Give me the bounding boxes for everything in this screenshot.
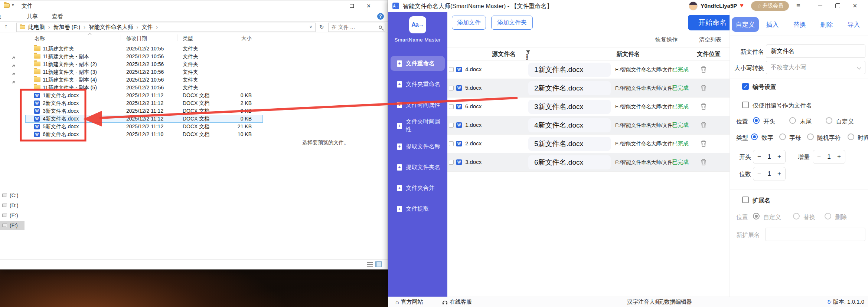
tab-delete[interactable]: 删除: [813, 17, 840, 32]
online-support-link[interactable]: 在线客服: [442, 297, 472, 307]
sidebar-item-folder-rename[interactable]: 文件夹重命名: [391, 77, 445, 92]
clear-list-link[interactable]: 清空列表: [699, 36, 721, 43]
app-close-button[interactable]: [853, 1, 857, 10]
ribbon-tab-view[interactable]: 查看: [52, 13, 63, 20]
numbering-checkbox[interactable]: [742, 83, 749, 90]
docx-file-row[interactable]: 3新文件名.docx2025/12/2 11:12DOCX 文档9 KB: [25, 107, 263, 115]
only-number-checkbox[interactable]: [742, 102, 749, 108]
nav-drive-c[interactable]: (C:): [0, 191, 25, 200]
sidebar-item-file-time[interactable]: 文件时间属性: [391, 98, 445, 112]
radio-position-end[interactable]: [789, 117, 796, 124]
nav-drive-e[interactable]: (E:): [0, 211, 25, 220]
row-checkbox[interactable]: [449, 67, 454, 72]
address-bar[interactable]: 此电脑 新加卷 (F:) 智能文件命名大师 文件: [16, 23, 316, 32]
column-size[interactable]: 大小: [221, 35, 252, 42]
new-name-input[interactable]: 1新文件名.docx: [528, 63, 611, 77]
breadcrumb-smartname-folder[interactable]: 智能文件命名大师: [89, 24, 142, 31]
breadcrumb-this-pc[interactable]: 此电脑: [28, 24, 53, 31]
digits-stepper[interactable]: 1: [753, 167, 786, 181]
minus-button[interactable]: [757, 153, 761, 161]
case-convert-select[interactable]: 不改变大小写: [766, 61, 865, 74]
rename-row[interactable]: 2.docx 5新文件名.docx F:/智能文件命名大师/文件/5新 已完成: [447, 135, 730, 153]
folder-row[interactable]: 11新建文件夹2025/12/2 10:55文件夹: [25, 45, 263, 53]
tab-custom[interactable]: 自定义: [732, 17, 759, 32]
search-box[interactable]: 在 文件 …: [328, 23, 385, 32]
trash-icon[interactable]: [701, 103, 707, 110]
docx-file-row-selected[interactable]: 4新文件名.docx2025/12/2 11:12DOCX 文档0 KB: [25, 115, 263, 123]
row-checkbox[interactable]: [449, 141, 454, 146]
refresh-icon[interactable]: [319, 24, 324, 30]
plus-button[interactable]: [777, 153, 781, 161]
new-name-input[interactable]: 4新文件名.docx: [528, 118, 611, 132]
radio-position-start[interactable]: [753, 117, 760, 124]
details-view-icon[interactable]: [367, 262, 373, 267]
sidebar-item-folder-time[interactable]: 文件夹时间属性: [391, 118, 445, 133]
radio-type-random[interactable]: [807, 133, 814, 140]
radio-type-time[interactable]: [848, 133, 854, 140]
restore-action-link[interactable]: 恢复操作: [655, 36, 678, 43]
help-icon[interactable]: [377, 13, 384, 20]
username[interactable]: Y0ndfcLlya5P: [701, 3, 737, 9]
new-name-input[interactable]: 3新文件名.docx: [528, 100, 611, 114]
upgrade-member-button[interactable]: 升级会员: [751, 1, 789, 11]
tab-insert[interactable]: 插入: [759, 17, 786, 32]
rename-row[interactable]: 3.docx 6新文件名.docx F:/智能文件命名大师/文件/6新 已完成: [447, 153, 730, 172]
minimize-button[interactable]: [326, 0, 343, 11]
header-source-name[interactable]: 源文件名: [492, 50, 516, 58]
rename-row[interactable]: 5.docx 2新文件名.docx F:/智能文件命名大师/文件/2新 已完成: [447, 79, 730, 98]
minus-button[interactable]: [817, 153, 821, 161]
large-icons-view-icon[interactable]: [375, 261, 382, 267]
nav-drive-f[interactable]: (F:): [0, 221, 25, 230]
row-checkbox[interactable]: [449, 104, 454, 109]
radio-type-letter[interactable]: [779, 133, 786, 140]
app-minimize-button[interactable]: [818, 6, 822, 6]
sidebar-item-file-rename[interactable]: 文件重命名: [391, 56, 445, 71]
app-maximize-button[interactable]: [835, 3, 840, 8]
new-name-input[interactable]: 2新文件名.docx: [528, 81, 611, 95]
tab-import[interactable]: 导入: [840, 17, 867, 32]
close-button[interactable]: [360, 0, 377, 11]
rename-row[interactable]: 4.docx 1新文件名.docx F:/智能文件命名大师/文件/1新 已完成: [447, 60, 730, 79]
radio-ext-delete[interactable]: [825, 213, 831, 219]
folder-row[interactable]: 11新建文件夹 - 副本2025/12/2 10:56文件夹: [25, 53, 263, 60]
column-date[interactable]: 修改日期: [126, 35, 147, 42]
column-name[interactable]: 名称: [35, 35, 45, 42]
new-name-input[interactable]: 6新文件名.docx: [528, 155, 611, 169]
docx-file-row[interactable]: 5新文件名.docx2025/12/2 11:12DOCX 文档21 KB: [25, 123, 263, 131]
row-checkbox[interactable]: [449, 123, 454, 128]
ribbon-tab-share[interactable]: 共享: [27, 13, 38, 20]
avatar[interactable]: [689, 1, 698, 10]
up-arrow-icon[interactable]: [4, 23, 7, 30]
extension-checkbox[interactable]: [742, 197, 749, 203]
sidebar-item-extract-foldername[interactable]: 提取文件夹名: [391, 160, 445, 175]
trash-icon[interactable]: [701, 140, 707, 147]
radio-type-number[interactable]: [751, 133, 758, 140]
folder-row[interactable]: 11新建文件夹 - 副本 (5)2025/12/2 10:56文件夹: [25, 84, 263, 92]
radio-ext-replace[interactable]: [793, 213, 800, 219]
new-name-input[interactable]: 5新文件名.docx: [528, 137, 611, 151]
minus-button[interactable]: [757, 170, 761, 178]
start-number-stepper[interactable]: 1: [753, 150, 786, 164]
increment-stepper[interactable]: 1: [813, 150, 845, 164]
plus-button[interactable]: [777, 170, 781, 178]
update-icon[interactable]: [826, 299, 831, 306]
trash-icon[interactable]: [701, 85, 707, 92]
rename-row[interactable]: 6.docx 3新文件名.docx F:/智能文件命名大师/文件/3新 已完成: [447, 98, 730, 116]
new-filename-input[interactable]: [766, 44, 865, 58]
qat-dropdown-icon[interactable]: [12, 3, 14, 7]
folder-row[interactable]: 11新建文件夹 - 副本 (3)2025/12/2 10:56文件夹: [25, 68, 263, 76]
maximize-button[interactable]: [343, 0, 360, 11]
metadata-editor-link[interactable]: 元数据编辑器: [659, 297, 692, 307]
folder-row[interactable]: 11新建文件夹 - 副本 (2)2025/12/2 10:56文件夹: [25, 60, 263, 68]
sidebar-item-folder-merge[interactable]: 文件夹合并: [391, 181, 445, 195]
breadcrumb-files-folder[interactable]: 文件: [142, 24, 161, 31]
radio-position-custom[interactable]: [826, 117, 832, 124]
folder-row[interactable]: 11新建文件夹 - 副本 (4)2025/12/2 10:56文件夹: [25, 76, 263, 84]
row-checkbox[interactable]: [449, 160, 454, 165]
nav-drive-d[interactable]: (D:): [0, 201, 25, 210]
address-dropdown-icon[interactable]: [309, 24, 312, 29]
hamburger-menu-icon[interactable]: [796, 2, 800, 10]
docx-file-row[interactable]: 6新文件名.docx2025/12/2 11:10DOCX 文档10 KB: [25, 131, 263, 138]
rename-row[interactable]: 1.docx 4新文件名.docx F:/智能文件命名大师/文件/4新 已完成: [447, 116, 730, 135]
row-checkbox[interactable]: [449, 86, 454, 90]
